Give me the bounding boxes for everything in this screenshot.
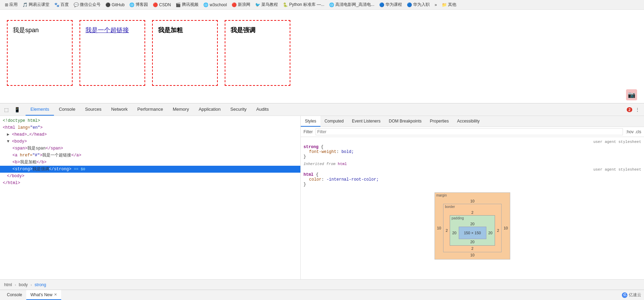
- styles-filter-input[interactable]: [316, 128, 623, 135]
- style-source-strong: user agent stylesheet: [304, 140, 641, 144]
- bookmark-wechat[interactable]: 💬 微信公众号: [72, 1, 103, 8]
- breadcrumb-sep-1: ›: [15, 283, 16, 287]
- styles-tab-computed[interactable]: Computed: [320, 116, 348, 127]
- bold-box: 我是加粗: [152, 20, 218, 86]
- tab-audits[interactable]: Audits: [251, 103, 273, 116]
- border-middle-row: 2 padding 20 20: [444, 215, 501, 246]
- span-box: 我是span: [7, 20, 73, 86]
- tab-performance[interactable]: Performance: [132, 103, 168, 116]
- tab-application[interactable]: Application: [194, 103, 226, 116]
- tab-console[interactable]: Console: [54, 103, 80, 116]
- bookmark-baidu[interactable]: 🐾 百度: [52, 1, 71, 8]
- bookmark-bokeyuan[interactable]: 🌐 博客园: [127, 1, 150, 8]
- dom-line-span[interactable]: <span>我是span</span>: [0, 145, 300, 152]
- devtools-header: ⬚ 📱 Elements Console Sources Network Per…: [0, 103, 644, 116]
- bookmark-wyykt[interactable]: 🎵 网易云课堂: [20, 1, 52, 8]
- breadcrumb-strong[interactable]: strong: [33, 282, 47, 288]
- bookmark-apps[interactable]: ⊞ 应用: [3, 1, 20, 8]
- open-brace-html: {: [316, 172, 318, 177]
- whats-new-close-icon[interactable]: ✕: [54, 292, 57, 297]
- dom-line-a[interactable]: <a href="#">我是一个超链接</a>: [0, 152, 300, 159]
- bookmark-sina[interactable]: 🔴 新浪网: [230, 1, 252, 8]
- strong-open-tag: <strong>: [12, 167, 32, 172]
- bookmark-huawei-course[interactable]: 🔵 华为课程: [377, 1, 404, 8]
- tab-sources[interactable]: Sources: [80, 103, 106, 116]
- bookmark-more[interactable]: »: [432, 2, 439, 8]
- b-open-tag: <b>: [12, 160, 20, 165]
- dom-line-strong-selected[interactable]: <strong>我是强调</strong> == $0: [0, 166, 300, 173]
- bookmark-github[interactable]: ⚫ GitHub: [103, 2, 127, 8]
- head-expand-arrow[interactable]: ▶: [7, 132, 9, 137]
- strong-selector: strong: [304, 145, 321, 149]
- styles-tabs: Styles Computed Event Listeners DOM Brea…: [301, 116, 644, 127]
- box-model: margin 10 10 border: [435, 192, 510, 260]
- styles-panel: Styles Computed Event Listeners DOM Brea…: [301, 116, 644, 279]
- head-tag: <head>: [12, 132, 27, 137]
- filter-options: :hov .cls: [626, 129, 641, 134]
- lang-attr: lang=: [18, 125, 30, 130]
- tab-security[interactable]: Security: [225, 103, 251, 116]
- border-top-value: 2: [471, 210, 473, 215]
- styles-tab-accessibility[interactable]: Accessibility: [453, 116, 484, 127]
- bookmark-movie-label: 高清电影网_高清电...: [335, 2, 374, 8]
- dom-line-b[interactable]: <b>我是加粗</b>: [0, 159, 300, 166]
- hov-option[interactable]: :hov: [626, 129, 634, 134]
- html-close-tag: </html>: [3, 181, 20, 185]
- link-text[interactable]: 我是一个超链接: [85, 26, 129, 34]
- tab-network[interactable]: Network: [106, 103, 133, 116]
- devtools-more-icon[interactable]: ⋮: [634, 106, 641, 113]
- devtools-toolbar-icons: ⬚ 📱: [3, 106, 21, 113]
- bottom-tab-console[interactable]: Console: [3, 290, 26, 300]
- breadcrumb-body[interactable]: body: [17, 282, 29, 288]
- bold-text: 我是加粗: [158, 26, 183, 34]
- styles-tab-properties[interactable]: Properties: [426, 116, 453, 127]
- styles-tab-event-listeners[interactable]: Event Listeners: [348, 116, 385, 127]
- bookmark-wechat-label: 微信公众号: [80, 2, 101, 8]
- device-toolbar-icon[interactable]: 📱: [13, 106, 21, 113]
- apps-icon: ⊞: [5, 2, 8, 7]
- tab-memory[interactable]: Memory: [168, 103, 194, 116]
- dom-line-body-open: ▼ <body>: [0, 138, 300, 145]
- yunke-label: 亿速云: [629, 292, 641, 298]
- colon2: :: [321, 177, 326, 182]
- styles-tab-dom-breakpoints[interactable]: DOM Breakpoints: [385, 116, 426, 127]
- margin-middle-row: 10 border 2 2: [435, 204, 510, 252]
- python-icon: 🐍: [283, 2, 288, 7]
- bookmark-csdn[interactable]: 🔴 CSDN: [151, 2, 173, 8]
- bookmark-w3school-label: w3school: [209, 2, 227, 7]
- tab-elements[interactable]: Elements: [26, 103, 54, 116]
- bookmark-other[interactable]: 📁 其他: [440, 1, 458, 8]
- bookmark-w3school[interactable]: 🌐 w3school: [201, 2, 229, 8]
- bookmark-wyykt-label: 网易云课堂: [29, 2, 49, 8]
- bottom-tab-whats-new[interactable]: What's New ✕: [26, 290, 61, 300]
- content-box: 150 × 150: [459, 227, 486, 239]
- a-close-tag: </a>: [71, 153, 81, 158]
- a-content: 我是一个超链接: [42, 153, 71, 158]
- padding-right-value: 20: [486, 227, 495, 239]
- style-close-brace-html: }: [304, 182, 641, 187]
- margin-box: margin 10 10 border: [435, 192, 510, 260]
- bookmark-tencent-video[interactable]: 🎬 腾讯视频: [174, 1, 200, 8]
- tencent-video-icon: 🎬: [176, 2, 181, 7]
- bookmark-huawei-join[interactable]: 🔵 华为入职: [405, 1, 432, 8]
- inspect-element-icon[interactable]: ⬚: [3, 106, 10, 113]
- filter-label: Filter: [304, 129, 313, 134]
- margin-right-value: 10: [502, 204, 510, 252]
- border-label: border: [445, 205, 455, 209]
- body-expand-arrow[interactable]: ▼: [7, 139, 9, 144]
- breadcrumb-html[interactable]: html: [3, 282, 13, 288]
- cls-option[interactable]: .cls: [635, 129, 641, 134]
- padding-label: padding: [451, 216, 464, 220]
- breadcrumb-sep-2: ›: [30, 283, 32, 287]
- bookmark-python[interactable]: 🐍 Python 标准库 —...: [281, 1, 326, 8]
- bookmark-cainiao[interactable]: 🐦 菜鸟教程: [253, 1, 280, 8]
- bookmark-movie[interactable]: 🌐 高清电影网_高清电...: [327, 1, 376, 8]
- styles-tab-styles[interactable]: Styles: [301, 116, 320, 127]
- sina-icon: 🔴: [232, 2, 237, 7]
- movie-icon: 🌐: [329, 2, 334, 7]
- bookmark-huawei-join-label: 华为入职: [413, 2, 430, 8]
- csdn-icon: 🔴: [153, 2, 158, 7]
- dom-line: <!doctype html>: [0, 117, 300, 124]
- style-source-html: user agent stylesheet: [304, 167, 641, 172]
- error-badge: 2: [627, 107, 632, 112]
